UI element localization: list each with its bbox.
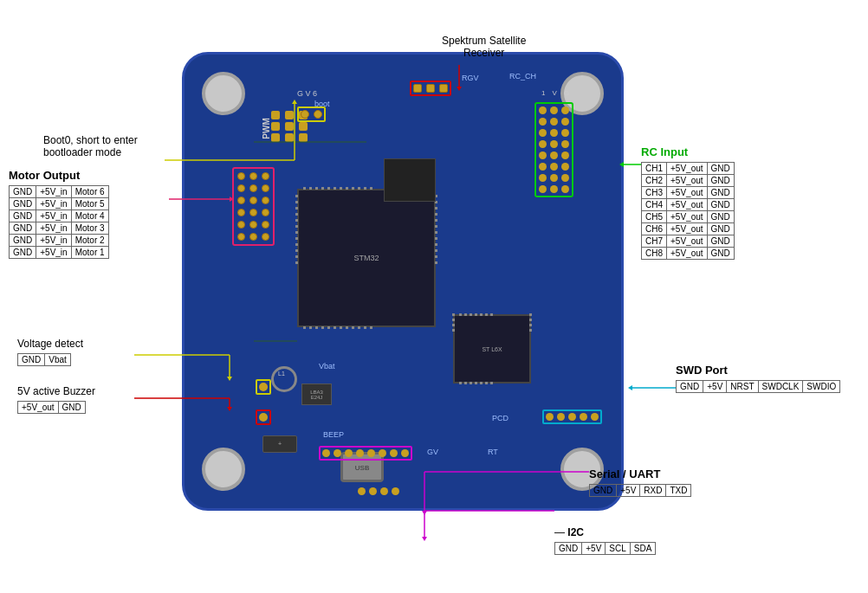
board-beep-label: BEEP (323, 430, 344, 439)
motor-output-table: GND +5V_in Motor 6 GND +5V_in Motor 5 GN… (9, 185, 109, 259)
table-cell: GND (10, 186, 36, 198)
boot-pins (297, 106, 326, 122)
table-cell: +5V (582, 543, 606, 555)
small-chip (384, 158, 436, 202)
table-row: CH5 +5V_out GND (642, 211, 735, 223)
board-g-label: G V 6 (297, 89, 317, 98)
spektrum-label-line1: Spektrum Satellite (442, 35, 526, 47)
table-cell: GND (707, 187, 734, 199)
table-row: CH3 +5V_out GND (642, 187, 735, 199)
table-row: GND +5V_in Motor 2 (10, 235, 109, 247)
table-row: CH2 +5V_out GND (642, 175, 735, 187)
motor-pin-strip (232, 167, 275, 246)
boot-label-line1: Boot0, short to enter (43, 134, 138, 146)
corner-tl (202, 72, 245, 115)
table-cell: CH6 (642, 223, 667, 235)
table-cell: +5V_in (36, 210, 71, 222)
table-cell: GND (10, 235, 36, 247)
i2c-area (358, 487, 399, 495)
motor-output-title: Motor Output (9, 169, 109, 182)
table-row: GND +5V_in Motor 6 (10, 186, 109, 198)
table-cell: GND (707, 248, 734, 260)
table-cell: Motor 4 (71, 210, 108, 222)
voltage-detect-table: GND Vbat (17, 353, 71, 366)
spektrum-pins (410, 81, 451, 96)
table-cell: Vbat (45, 354, 71, 366)
table-cell: SWDCLK (758, 381, 803, 393)
svg-marker-19 (422, 511, 427, 515)
table-cell: +5V_out (667, 223, 708, 235)
svg-marker-16 (628, 385, 632, 390)
rc-input-table: CH1 +5V_out GND CH2 +5V_out GND CH3 +5V_… (641, 162, 735, 260)
table-cell: RXD (640, 485, 666, 497)
table-row: +5V_out GND (18, 402, 86, 414)
i2c-annotation: — I2C GND +5V SCL SDA (554, 526, 656, 555)
table-cell: +5V_out (18, 402, 59, 414)
i2c-title: I2C (567, 526, 584, 538)
table-cell: GND (707, 175, 734, 187)
voltage-detect-annotation: Voltage detect GND Vbat (17, 338, 83, 366)
table-row: GND +5V NRST SWDCLK SWDIO (677, 381, 840, 393)
table-cell: Motor 3 (71, 222, 108, 235)
serial-pins (319, 446, 412, 461)
i2c-table: GND +5V SCL SDA (554, 542, 656, 555)
table-row: GND +5V_in Motor 5 (10, 198, 109, 210)
pcb-board: PWM (182, 52, 624, 511)
secondary-chip: ST L6X (453, 314, 531, 384)
rc-input-title: RC Input (641, 145, 735, 158)
table-row: CH4 +5V_out GND (642, 199, 735, 211)
rc-channel-pins (534, 102, 573, 197)
board-gv-label: GV (427, 448, 438, 456)
serial-annotation: Serial / UART GND +5V RXD TXD (589, 467, 691, 497)
table-cell: GND (590, 485, 617, 497)
table-cell: GND (58, 402, 85, 414)
table-cell: +5V_in (36, 186, 71, 198)
main-chip: STM32 (297, 189, 436, 327)
swd-table: GND +5V NRST SWDCLK SWDIO (676, 380, 840, 393)
trace-2 (254, 340, 297, 342)
table-cell: +5V_out (667, 235, 708, 248)
board-vbat-label: Vbat (319, 362, 335, 371)
table-cell: CH1 (642, 163, 667, 175)
table-cell: +5V (703, 381, 727, 393)
board-pcd-label: PCD (492, 414, 508, 422)
swd-pins (542, 409, 602, 424)
inductor-label: L1 (278, 371, 285, 377)
table-cell: +5V_out (667, 248, 708, 260)
table-cell: +5V_in (36, 235, 71, 247)
rc-header-labels: 1VG (541, 89, 569, 97)
table-cell: GND (707, 163, 734, 175)
table-cell: CH8 (642, 248, 667, 260)
table-row: GND +5V_in Motor 4 (10, 210, 109, 222)
spektrum-annotation: Spektrum Satellite Receiver (442, 35, 526, 59)
table-cell: +5V_out (667, 163, 708, 175)
table-cell: SWDIO (803, 381, 840, 393)
table-cell: GND (707, 223, 734, 235)
table-cell: +5V_out (667, 211, 708, 223)
table-cell: SDA (630, 543, 656, 555)
table-cell: NRST (727, 381, 758, 393)
table-cell: GND (10, 210, 36, 222)
buzzer-label: 5V active Buzzer (17, 385, 95, 397)
buzzer-table: +5V_out GND (17, 401, 86, 414)
table-cell: CH4 (642, 199, 667, 211)
table-cell: GND (18, 354, 45, 366)
table-cell: TXD (666, 485, 691, 497)
table-cell: GND (707, 211, 734, 223)
boot-label-line2: bootloader mode (43, 146, 138, 158)
motor-output-annotation: Motor Output GND +5V_in Motor 6 GND +5V_… (9, 169, 109, 259)
voltage-detect-label: Voltage detect (17, 338, 83, 350)
table-row: GND Vbat (18, 354, 71, 366)
serial-table: GND +5V RXD TXD (589, 484, 691, 497)
vbat-pins (256, 379, 271, 395)
table-row: GND +5V RXD TXD (590, 485, 691, 497)
table-cell: CH7 (642, 235, 667, 248)
table-cell: Motor 1 (71, 247, 108, 259)
boot-annotation: Boot0, short to enter bootloader mode (43, 134, 138, 158)
swd-annotation: SWD Port GND +5V NRST SWDCLK SWDIO (676, 364, 840, 393)
table-row: CH1 +5V_out GND (642, 163, 735, 175)
swd-title: SWD Port (676, 364, 840, 377)
table-cell: GND (10, 198, 36, 210)
table-row: GND +5V_in Motor 3 (10, 222, 109, 235)
table-cell: +5V (617, 485, 640, 497)
